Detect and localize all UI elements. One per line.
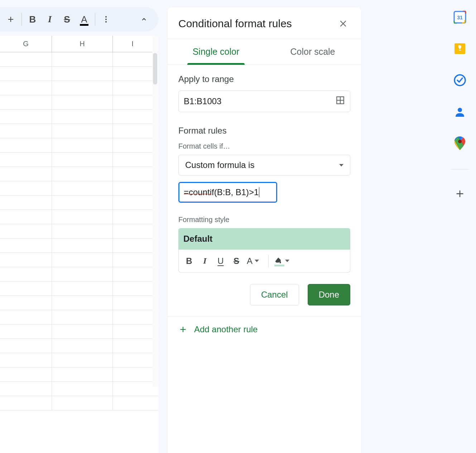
cell[interactable]: [52, 339, 113, 353]
cell[interactable]: [0, 95, 52, 109]
italic-button[interactable]: I: [42, 11, 58, 27]
cell[interactable]: [113, 382, 152, 396]
cell[interactable]: [113, 310, 152, 324]
get-addons-button[interactable]: [453, 187, 467, 201]
cell[interactable]: [0, 52, 52, 66]
cell[interactable]: [0, 124, 52, 138]
cell[interactable]: [52, 153, 113, 167]
cell[interactable]: [52, 52, 113, 66]
style-strikethrough-button[interactable]: S: [229, 254, 244, 269]
cell[interactable]: [52, 81, 113, 95]
done-button[interactable]: Done: [308, 284, 350, 305]
contacts-app-button[interactable]: [453, 105, 467, 119]
cell[interactable]: [52, 367, 113, 381]
cell[interactable]: [52, 138, 113, 152]
style-italic-button[interactable]: I: [197, 254, 212, 269]
cell[interactable]: [0, 67, 52, 81]
cell[interactable]: [0, 110, 52, 124]
tab-color-scale[interactable]: Color scale: [264, 39, 361, 64]
cell[interactable]: [0, 153, 52, 167]
cell[interactable]: [52, 95, 113, 109]
range-input[interactable]: B1:B1003: [178, 91, 350, 112]
calendar-app-button[interactable]: 31: [453, 10, 467, 24]
cell[interactable]: [52, 124, 113, 138]
cell[interactable]: [0, 238, 52, 252]
cell[interactable]: [52, 281, 113, 295]
cell[interactable]: [52, 210, 113, 224]
cell[interactable]: [0, 167, 52, 181]
cell[interactable]: [52, 238, 113, 252]
cell[interactable]: [0, 138, 52, 152]
cell[interactable]: [0, 81, 52, 95]
text-color-button[interactable]: A: [76, 11, 92, 27]
insert-button[interactable]: [3, 11, 19, 27]
cell[interactable]: [0, 353, 52, 367]
scrollbar-thumb[interactable]: [153, 53, 157, 85]
cell[interactable]: [0, 224, 52, 238]
bold-button[interactable]: B: [25, 11, 40, 27]
style-fill-color-button[interactable]: [271, 254, 292, 269]
cell[interactable]: [113, 210, 152, 224]
cell[interactable]: [113, 281, 152, 295]
select-range-button[interactable]: [336, 96, 345, 107]
vertical-scrollbar[interactable]: [152, 36, 158, 387]
cell[interactable]: [113, 167, 152, 181]
spreadsheet-grid[interactable]: G H I: [0, 36, 158, 453]
column-header[interactable]: H: [52, 36, 113, 52]
cell[interactable]: [0, 196, 52, 209]
cell[interactable]: [113, 81, 152, 95]
tasks-app-button[interactable]: [453, 73, 467, 87]
cell[interactable]: [0, 281, 52, 295]
tab-single-color[interactable]: Single color: [168, 39, 264, 64]
cell[interactable]: [113, 238, 152, 252]
style-text-color-button[interactable]: A: [245, 254, 265, 269]
cell[interactable]: [52, 110, 113, 124]
cell[interactable]: [113, 296, 152, 310]
cell[interactable]: [113, 95, 152, 109]
cell[interactable]: [0, 181, 52, 195]
cell[interactable]: [113, 224, 152, 238]
strikethrough-button[interactable]: S: [59, 11, 75, 27]
cell[interactable]: [52, 253, 113, 267]
cell[interactable]: [52, 224, 113, 238]
cell[interactable]: [52, 296, 113, 310]
cell[interactable]: [113, 324, 152, 338]
condition-select[interactable]: Custom formula is: [178, 155, 350, 175]
style-bold-button[interactable]: B: [182, 254, 197, 269]
maps-app-button[interactable]: [453, 136, 467, 150]
cell[interactable]: [113, 267, 152, 281]
cell[interactable]: [113, 353, 152, 367]
cell[interactable]: [52, 396, 113, 410]
keep-app-button[interactable]: [453, 42, 467, 56]
cell[interactable]: [52, 324, 113, 338]
cell[interactable]: [52, 196, 113, 209]
cell[interactable]: [0, 382, 52, 396]
cell[interactable]: [113, 153, 152, 167]
cell[interactable]: [113, 110, 152, 124]
style-underline-button[interactable]: U: [213, 254, 228, 269]
cell[interactable]: [113, 196, 152, 209]
cell[interactable]: [0, 310, 52, 324]
cell[interactable]: [113, 138, 152, 152]
cell[interactable]: [0, 296, 52, 310]
cell[interactable]: [52, 353, 113, 367]
cell[interactable]: [52, 310, 113, 324]
add-another-rule-button[interactable]: Add another rule: [178, 324, 350, 334]
cell[interactable]: [0, 324, 52, 338]
more-button[interactable]: [98, 11, 114, 27]
cell[interactable]: [0, 367, 52, 381]
cell[interactable]: [113, 67, 152, 81]
column-header[interactable]: G: [0, 36, 52, 52]
style-preview[interactable]: Default: [178, 228, 350, 250]
cell[interactable]: [113, 339, 152, 353]
cell[interactable]: [52, 267, 113, 281]
cell[interactable]: [0, 210, 52, 224]
cancel-button[interactable]: Cancel: [250, 284, 299, 305]
column-header[interactable]: I: [113, 36, 152, 52]
cell[interactable]: [52, 181, 113, 195]
cell[interactable]: [113, 396, 152, 410]
cell[interactable]: [0, 339, 52, 353]
collapse-toolbar-button[interactable]: [136, 11, 152, 27]
close-panel-button[interactable]: [336, 16, 350, 31]
cell[interactable]: [113, 367, 152, 381]
